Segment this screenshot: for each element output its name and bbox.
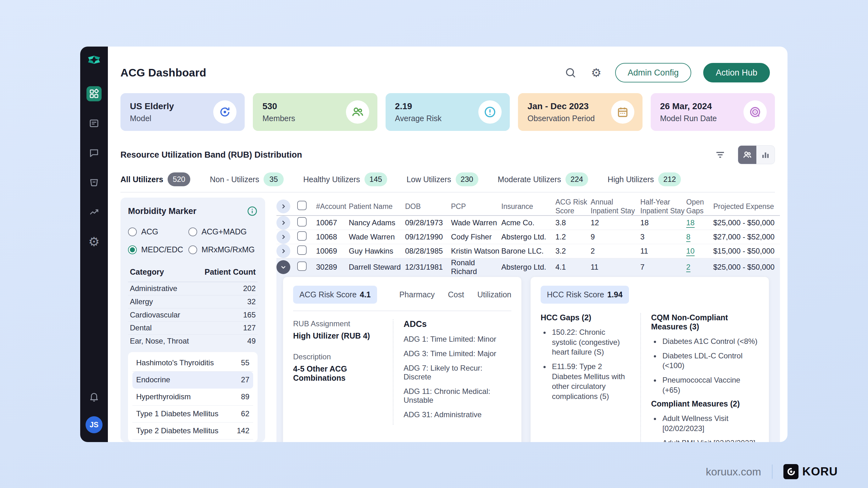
radio-label: ACG — [141, 227, 158, 236]
tab-healthy-utilizers[interactable]: Healthy Utilizers 145 — [303, 173, 387, 186]
sidebar-item-settings[interactable]: ⚙ — [87, 234, 101, 249]
subcategory-row[interactable]: Type 1 Diabetes Mellitus62 — [132, 405, 253, 423]
select-all-checkbox[interactable] — [297, 201, 307, 210]
table-row[interactable]: 10067 Nancy Adams 09/28/1973 Wade Warren… — [276, 216, 780, 230]
action-hub-button[interactable]: Action Hub — [703, 63, 770, 83]
sidebar-item-analytics[interactable] — [87, 205, 101, 220]
search-button[interactable] — [564, 66, 578, 80]
tab-all-utilizers[interactable]: All Utilizers 520 — [120, 173, 190, 186]
acg-risk-score-chip: ACG Risk Score 4.1 — [293, 286, 377, 304]
expand-all-button[interactable] — [276, 200, 290, 213]
sidebar-item-documents[interactable] — [87, 116, 101, 131]
radio-acg[interactable]: ACG — [128, 227, 188, 236]
cell-dob: 12/31/1981 — [405, 263, 451, 272]
row-checkbox[interactable] — [297, 231, 307, 241]
cell-half-year-stay: 3 — [640, 233, 686, 241]
table-row[interactable]: 10069 Guy Hawkins 08/28/1985 Kristin Wat… — [276, 244, 780, 258]
brand-name: KORU — [802, 465, 838, 478]
stat-value: Jan - Dec 2023 — [527, 101, 595, 111]
rub-tabs: All Utilizers 520 Non - Utilizers 35 Hea… — [120, 173, 775, 192]
cell-dob: 09/12/1990 — [405, 233, 451, 241]
category-row[interactable]: Cardiovascular165 — [128, 308, 257, 322]
chart-view-toggle[interactable] — [756, 146, 775, 164]
risk-alert-icon — [478, 100, 502, 124]
sidebar-item-dashboard[interactable] — [87, 86, 101, 101]
row-checkbox[interactable] — [297, 217, 307, 226]
subcategory-name: Hyperthyroidism — [136, 392, 191, 401]
open-gaps-link[interactable]: 10 — [686, 247, 695, 255]
filter-button[interactable] — [713, 148, 727, 162]
cell-dob: 08/28/1985 — [405, 247, 451, 255]
subcategory-card: Hashimoto's Thyroiditis55 Endocrine27 Hy… — [128, 352, 257, 442]
bell-icon — [89, 391, 99, 402]
radio-label: MEDC/EDC — [141, 245, 183, 254]
admin-config-button[interactable]: Admin Config — [615, 63, 691, 83]
info-icon[interactable] — [247, 206, 257, 216]
cell-half-year-stay: 11 — [640, 247, 686, 255]
tab-label: Moderate Utilizers — [498, 175, 561, 184]
tab-pharmacy[interactable]: Pharmacy — [399, 290, 435, 299]
gear-icon: ⚙ — [88, 235, 100, 248]
radio-acg-madg[interactable]: ACG+MADG — [188, 227, 257, 236]
document-icon — [89, 118, 99, 129]
tab-cost[interactable]: Cost — [448, 290, 464, 299]
expand-row-button[interactable] — [276, 244, 290, 258]
col-pcp: PCP — [451, 202, 501, 211]
list-view-toggle[interactable] — [738, 146, 756, 164]
tab-low-utilizers[interactable]: Low Utilizers 230 — [407, 173, 478, 186]
collapse-row-button[interactable] — [276, 260, 290, 274]
cqm-list: Diabetes A1C Control (<8%) Diabetes LDL-… — [660, 336, 759, 395]
row-checkbox[interactable] — [297, 262, 307, 271]
subcategory-name: Type 2 Diabetes Mellitus — [136, 426, 218, 435]
subcategory-row[interactable]: Type 2 Diabetes Mellitus142 — [132, 423, 253, 439]
tab-non-utilizers[interactable]: Non - Utilizers 35 — [210, 173, 284, 186]
col-half-year-stay: Half-Year Inpatient Stay — [640, 197, 686, 215]
tab-utilization[interactable]: Utilization — [477, 290, 512, 299]
tab-label: All Utilizers — [120, 175, 163, 184]
category-row[interactable]: Ear, Nose, Throat49 — [128, 335, 257, 348]
bar-chart-icon — [761, 150, 770, 159]
category-name: Administrative — [130, 284, 177, 293]
subcategory-name: Type 1 Diabetes Mellitus — [136, 409, 218, 418]
col-dob: DOB — [405, 202, 451, 211]
radio-medc-edc[interactable]: MEDC/EDC — [128, 245, 188, 254]
category-row[interactable]: Dental127 — [128, 322, 257, 335]
tab-moderate-utilizers[interactable]: Moderate Utilizers 224 — [498, 173, 588, 186]
expand-row-button[interactable] — [276, 216, 290, 230]
row-checkbox[interactable] — [297, 245, 307, 255]
page-title: ACG Dashboard — [120, 66, 206, 79]
open-gaps-link[interactable]: 2 — [686, 263, 690, 271]
settings-button[interactable]: ⚙ — [589, 66, 603, 80]
subcategory-count: 89 — [241, 392, 249, 401]
radio-dot — [188, 227, 197, 236]
tab-count-badge: 224 — [565, 173, 588, 186]
radio-mrxmg-rxmg[interactable]: MRxMG/RxMG — [188, 245, 257, 254]
adc-item: ADG 1: Time Limited: Minor — [403, 335, 512, 343]
table-row-expanded[interactable]: 30289 Darrell Steward 12/31/1981 Ronald … — [276, 258, 780, 276]
stat-label: Average Risk — [395, 114, 441, 123]
stat-value: 26 Mar, 2024 — [660, 101, 717, 111]
expand-row-button[interactable] — [276, 230, 290, 244]
tab-count-badge: 145 — [365, 173, 387, 186]
description-value: 4-5 Other ACG Combinations — [293, 364, 384, 383]
open-gaps-link[interactable]: 18 — [686, 218, 695, 227]
subcategory-row[interactable]: Hashimoto's Thyroiditis55 — [132, 355, 253, 372]
sidebar-item-archive[interactable] — [87, 175, 101, 190]
open-gaps-link[interactable]: 8 — [686, 233, 690, 241]
table-row[interactable]: 10068 Wade Warren 09/12/1990 Cody Fisher… — [276, 230, 780, 244]
category-row[interactable]: Administrative202 — [128, 282, 257, 296]
user-avatar[interactable]: JS — [86, 416, 102, 433]
radio-dot — [188, 245, 197, 254]
category-name: Allergy — [130, 297, 153, 306]
adc-item: ADG 7: Likely to Recur: Discrete — [403, 364, 512, 382]
compliant-title: Compliant Measures (2) — [651, 399, 759, 408]
stat-card-model-run-date: 26 Mar, 2024 Model Run Date — [651, 93, 775, 131]
subcategory-row[interactable]: Hyperthyroidism89 — [132, 389, 253, 405]
sidebar-item-notifications[interactable] — [87, 389, 101, 404]
tab-high-utilizers[interactable]: High Utilizers 212 — [608, 173, 681, 186]
tab-count-badge: 212 — [658, 173, 681, 186]
sidebar-item-messages[interactable] — [87, 145, 101, 160]
search-icon — [564, 67, 577, 79]
subcategory-row-selected[interactable]: Endocrine27 — [132, 372, 253, 389]
category-row[interactable]: Allergy32 — [128, 296, 257, 309]
